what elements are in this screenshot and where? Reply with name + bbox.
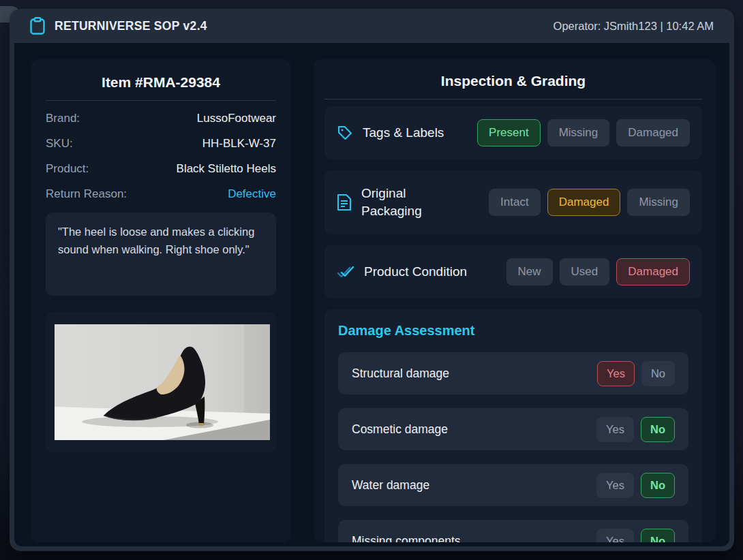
- field-row-brand: Brand: LussoFootwear: [46, 112, 276, 125]
- missing-components-toggle: Yes No: [596, 529, 675, 543]
- field-row-return-reason: Return Reason: Defective: [46, 187, 276, 201]
- no-button[interactable]: No: [641, 473, 675, 498]
- no-button[interactable]: No: [641, 417, 675, 442]
- damage-label: Missing components: [352, 534, 461, 543]
- damage-row-structural: Structural damage Yes No: [338, 352, 688, 394]
- product-photo: [55, 324, 270, 440]
- field-value: LussoFootwear: [197, 112, 276, 125]
- criterion-tags-labels: Tags & Labels Present Missing Damaged: [324, 106, 702, 159]
- option-missing-button[interactable]: Missing: [627, 189, 690, 216]
- criterion-label: Product Condition: [364, 263, 467, 281]
- yes-button[interactable]: Yes: [596, 473, 634, 498]
- option-damaged-button[interactable]: Damaged: [616, 119, 690, 146]
- structural-damage-toggle: Yes No: [597, 361, 675, 386]
- clipboard-icon: [30, 17, 45, 35]
- criterion-label: Original Packaging: [361, 185, 442, 219]
- tag-icon: [337, 125, 353, 141]
- damage-row-water: Water damage Yes No: [338, 464, 688, 506]
- yes-button[interactable]: Yes: [597, 361, 635, 386]
- water-damage-toggle: Yes No: [596, 473, 675, 498]
- titlebar-left: RETURNIVERSE SOP v2.4: [30, 17, 207, 35]
- damage-label: Structural damage: [352, 367, 449, 381]
- criterion-original-packaging: Original Packaging Intact Damaged Missin…: [324, 170, 702, 234]
- app-title: RETURNIVERSE SOP v2.4: [55, 19, 207, 33]
- no-button[interactable]: No: [641, 529, 675, 543]
- field-label: SKU:: [46, 137, 73, 151]
- tags-labels-options: Present Missing Damaged: [477, 119, 690, 146]
- yes-button[interactable]: Yes: [596, 417, 634, 442]
- damage-label: Cosmetic damage: [352, 422, 448, 437]
- criterion-product-condition: Product Condition New Used Damaged: [324, 245, 702, 298]
- field-value: HH-BLK-W-37: [202, 137, 276, 151]
- cosmetic-damage-toggle: Yes No: [596, 417, 675, 442]
- option-new-button[interactable]: New: [506, 258, 553, 285]
- option-damaged-button[interactable]: Damaged: [547, 189, 621, 216]
- damage-row-cosmetic: Cosmetic damage Yes No: [338, 408, 688, 450]
- field-value-return-reason: Defective: [228, 187, 276, 201]
- item-panel-title: Item #RMA-29384: [46, 70, 276, 100]
- packaging-options: Intact Damaged Missing: [489, 189, 690, 216]
- no-button[interactable]: No: [641, 361, 675, 386]
- damage-assessment-section: Damage Assessment Structural damage Yes …: [324, 309, 702, 542]
- item-panel: Item #RMA-29384 Brand: LussoFootwear SKU…: [31, 59, 291, 542]
- customer-note-text: "The heel is loose and makes a clicking …: [58, 223, 264, 258]
- document-icon: [337, 193, 352, 211]
- item-panel-divider: [46, 100, 276, 101]
- item-fields: Brand: LussoFootwear SKU: HH-BLK-W-37 Pr…: [46, 112, 276, 201]
- field-label: Brand:: [46, 112, 80, 125]
- yes-button[interactable]: Yes: [596, 529, 634, 543]
- field-row-sku: SKU: HH-BLK-W-37: [46, 137, 276, 151]
- option-missing-button[interactable]: Missing: [547, 119, 610, 146]
- option-used-button[interactable]: Used: [560, 258, 610, 285]
- field-row-product: Product: Black Stiletto Heels: [46, 162, 276, 176]
- product-photo-card: [46, 312, 276, 452]
- option-intact-button[interactable]: Intact: [489, 189, 541, 216]
- content-area: Item #RMA-29384 Brand: LussoFootwear SKU…: [14, 43, 729, 546]
- damage-assessment-title: Damage Assessment: [338, 320, 688, 339]
- double-check-icon: [337, 264, 354, 279]
- condition-options: New Used Damaged: [506, 258, 690, 285]
- criterion-label: Tags & Labels: [363, 124, 444, 142]
- field-value: Black Stiletto Heels: [177, 162, 276, 176]
- titlebar: RETURNIVERSE SOP v2.4 Operator: JSmith12…: [10, 9, 734, 43]
- damage-label: Water damage: [352, 478, 429, 493]
- inspection-panel-divider: [324, 99, 702, 99]
- field-label: Return Reason:: [46, 187, 127, 201]
- field-label: Product:: [46, 162, 89, 176]
- operator-info: Operator: JSmith123 | 10:42 AM: [554, 20, 714, 33]
- damage-row-missing-components: Missing components Yes No: [338, 520, 688, 542]
- option-damaged-button[interactable]: Damaged: [616, 258, 690, 285]
- inspection-panel-title: Inspection & Grading: [324, 69, 702, 99]
- option-present-button[interactable]: Present: [477, 119, 541, 146]
- app-window: RETURNIVERSE SOP v2.4 Operator: JSmith12…: [10, 9, 734, 551]
- inspection-panel: Inspection & Grading Tags & Labels Prese…: [314, 59, 716, 542]
- customer-note-card: "The heel is loose and makes a clicking …: [46, 213, 276, 296]
